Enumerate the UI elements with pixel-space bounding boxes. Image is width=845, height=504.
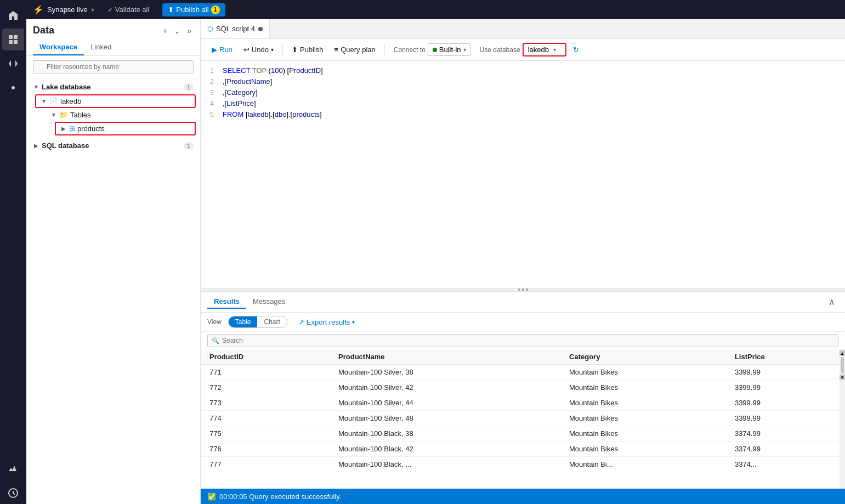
line-num-5: 5 — [201, 109, 223, 120]
table-cell-listprice: 3399.99 — [726, 411, 845, 426]
validate-all-btn[interactable]: ✓ Validate all — [103, 4, 154, 15]
results-toolbar: View Table Chart ↗ Export results ▾ — [201, 313, 845, 332]
code-editor[interactable]: 1 SELECT TOP (100) [ProductID] 2 ,[Produ… — [201, 61, 845, 288]
filter-input[interactable] — [33, 60, 194, 73]
code-line-4: 4 ,[ListPrice] — [201, 98, 845, 109]
table-cell-listprice: 3374.99 — [726, 426, 845, 441]
tables-caret: ▼ — [50, 112, 57, 118]
table-cell-productname: Mountain-100 Silver, 38 — [330, 365, 560, 380]
tab-bar: ⬡ SQL script 4 — [201, 19, 845, 39]
vertical-scrollbar[interactable]: ▲ ▼ — [840, 349, 845, 489]
sidebar-collapse-btn[interactable]: » — [185, 25, 194, 36]
scroll-up-btn[interactable]: ▲ — [840, 350, 845, 356]
lake-db-count: 1 — [184, 83, 194, 91]
code-text-1: SELECT TOP (100) [ProductID] — [223, 65, 323, 76]
table-cell-listprice: 3374... — [726, 457, 845, 472]
view-table-btn[interactable]: Table — [229, 316, 258, 327]
table-cell-category: Mountain Bikes — [560, 365, 726, 380]
table-cell-productname: Mountain-100 Silver, 48 — [330, 411, 560, 426]
sql-db-header[interactable]: ▶ SQL database 1 — [26, 139, 200, 152]
results-panel: Results Messages ∧ View Table Chart ↗ Ex… — [201, 291, 845, 489]
resize-dot-3 — [526, 288, 528, 291]
line-num-2: 2 — [201, 76, 223, 87]
tab-messages[interactable]: Messages — [246, 295, 292, 309]
code-line-3: 3 ,[Category] — [201, 87, 845, 98]
collapse-results-btn[interactable]: ∧ — [825, 296, 838, 308]
synapse-title: Synapse live — [47, 5, 88, 14]
products-icon: ⊞ — [69, 124, 75, 133]
table-cell-productname: Mountain-100 Black, ... — [330, 457, 560, 472]
tab-workspace[interactable]: Workspace — [33, 39, 84, 55]
resize-dot-1 — [518, 288, 520, 291]
results-search-input[interactable] — [207, 334, 838, 347]
table-cell-listprice: 3374.99 — [726, 441, 845, 457]
connect-select[interactable]: Built-in ▾ — [428, 43, 471, 56]
tree-item-lakedb[interactable]: ▼ 📄 lakedb — [35, 94, 196, 108]
refresh-button[interactable]: ↻ — [569, 42, 584, 58]
sidebar-expand-btn[interactable]: ⌄ — [172, 25, 183, 36]
tab-results[interactable]: Results — [207, 295, 246, 309]
use-database-label: Use database — [480, 46, 520, 54]
tree-item-products[interactable]: ▶ ⊞ products — [55, 122, 196, 135]
activity-manage[interactable] — [2, 482, 24, 504]
run-button[interactable]: ▶ Run — [207, 43, 237, 56]
export-results-btn[interactable]: ↗ Export results ▾ — [294, 316, 359, 328]
results-header: Results Messages ∧ — [201, 292, 845, 313]
undo-label: Undo — [252, 46, 269, 54]
sidebar-tabs: Workspace Linked — [26, 39, 200, 56]
publish-badge: 1 — [211, 5, 220, 14]
filter-wrap: ⊿ — [26, 56, 200, 78]
query-plan-button[interactable]: ≡ Query plan — [330, 43, 380, 56]
col-header-category: Category — [560, 349, 726, 365]
use-database-select[interactable]: lakedb ▾ — [523, 43, 566, 56]
activity-develop[interactable] — [2, 53, 24, 75]
svg-rect-0 — [9, 35, 13, 39]
results-tabs: Results Messages — [207, 295, 292, 309]
sidebar-add-btn[interactable]: + — [161, 25, 169, 36]
table-cell-productname: Mountain-100 Silver, 44 — [330, 395, 560, 411]
scroll-down-btn[interactable]: ▼ — [840, 375, 845, 380]
sql-icon: ⬡ — [207, 25, 213, 33]
tables-label: Tables — [70, 111, 91, 119]
activity-integrate[interactable] — [2, 77, 24, 99]
connection-status-dot — [433, 48, 437, 52]
code-text-2: ,[ProductName] — [223, 76, 272, 87]
separator-2 — [384, 44, 385, 55]
tab-linked[interactable]: Linked — [84, 39, 118, 55]
search-bar-wrap: 🔍 — [201, 332, 845, 349]
tab-label: SQL script 4 — [216, 25, 255, 33]
results-table-wrap[interactable]: ProductID ProductName Category ListPrice… — [201, 349, 845, 489]
tree-section-sql-db: ▶ SQL database 1 — [26, 139, 200, 152]
table-cell-productid: 773 — [201, 395, 330, 411]
tree-container: ▼ Lake database 1 ▼ 📄 lakedb ▼ � — [26, 78, 200, 504]
status-message: 00:00:05 Query executed successfully. — [219, 492, 341, 501]
resize-dot-2 — [522, 288, 524, 291]
publish-button[interactable]: ⬆ Publish — [287, 43, 328, 56]
sidebar-header: Data + ⌄ » — [26, 19, 200, 39]
lakedb-icon: 📄 — [49, 97, 58, 105]
table-cell-productname: Mountain-100 Black, 38 — [330, 426, 560, 441]
code-line-1: 1 SELECT TOP (100) [ProductID] — [201, 65, 845, 76]
lake-db-caret: ▼ — [33, 84, 39, 90]
export-chevron: ▾ — [352, 319, 355, 325]
status-icon: ✅ — [207, 492, 216, 501]
table-row: 773Mountain-100 Silver, 44Mountain Bikes… — [201, 395, 845, 411]
sql-script-tab[interactable]: ⬡ SQL script 4 — [201, 19, 270, 38]
publish-all-button[interactable]: ⬆ Publish all 1 — [162, 3, 225, 16]
query-plan-label: Query plan — [341, 46, 376, 54]
tree-item-tables[interactable]: ▼ 📁 Tables — [26, 109, 200, 121]
activity-home[interactable] — [2, 4, 24, 26]
connect-to-label: Connect to — [394, 46, 426, 54]
activity-monitor[interactable] — [2, 458, 24, 480]
scroll-thumb[interactable] — [841, 357, 844, 373]
publish-label: Publish — [300, 46, 324, 54]
undo-button[interactable]: ↩ Undo ▾ — [239, 43, 278, 56]
activity-data[interactable] — [2, 29, 24, 50]
view-chart-btn[interactable]: Chart — [257, 316, 286, 327]
table-cell-productid: 776 — [201, 441, 330, 457]
table-cell-category: Mountain Bikes — [560, 395, 726, 411]
table-header-row: ProductID ProductName Category ListPrice — [201, 349, 845, 365]
tree-section-lake-db[interactable]: ▼ Lake database 1 — [26, 81, 200, 93]
products-label: products — [77, 124, 105, 133]
sidebar: Data + ⌄ » Workspace Linked ⊿ — [26, 19, 201, 504]
